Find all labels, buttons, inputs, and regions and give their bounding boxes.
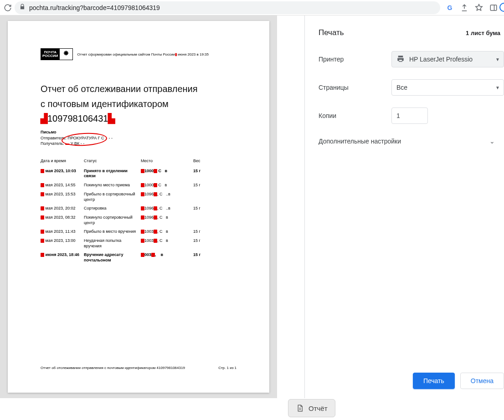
pochta-logo: ПОЧТАРОССИИ <box>41 48 73 60</box>
redaction-mark: ▟ <box>41 113 47 123</box>
col-weight: Вес <box>193 157 237 167</box>
sender-value: ПРОКУРАТУРА Г С <box>68 136 104 140</box>
eagle-icon <box>60 49 72 60</box>
copies-input[interactable]: 1 <box>391 108 428 124</box>
printer-label: Принтер <box>319 56 391 63</box>
svg-rect-0 <box>490 5 497 10</box>
sidepanel-icon[interactable] <box>489 4 498 12</box>
table-row: ▮ мая 2023, 14:55Покинуло место приема▮1… <box>41 181 237 190</box>
recipient-value: У ВК - - <box>71 141 84 146</box>
doc-title-line1: Отчет об отслеживании отправления <box>41 83 237 95</box>
barcode: ▟109798106431▙ <box>41 113 237 124</box>
col-place: Место <box>141 157 193 167</box>
print-title: Печать <box>319 28 344 37</box>
google-icon[interactable]: G <box>446 4 454 12</box>
url-field[interactable]: pochta.ru/tracking?barcode=4109798106431… <box>15 1 440 14</box>
pages-select[interactable]: Все ▼ <box>391 79 504 96</box>
cancel-button[interactable]: Отмена <box>460 373 504 389</box>
report-tab[interactable]: Отчёт <box>288 399 335 417</box>
lock-icon <box>19 4 26 11</box>
table-row: ▮ мая 2023, 08:32Покинуло сортировочный … <box>41 213 237 227</box>
star-icon[interactable] <box>475 4 483 12</box>
tracking-table: Дата и время Статус Место Вес ▮ мая 2023… <box>41 157 237 265</box>
chevron-down-icon: ⌄ <box>489 138 495 145</box>
col-status: Статус <box>84 157 141 167</box>
doc-title-line2: с почтовым идентификатором <box>41 98 237 110</box>
copies-value: 1 <box>396 112 400 119</box>
share-icon[interactable] <box>460 4 468 12</box>
table-row: ▮ мая 2023, 10:03Принято в отделении свя… <box>41 167 237 181</box>
col-datetime: Дата и время <box>41 157 84 167</box>
more-settings-label: Дополнительные настройки <box>319 138 401 145</box>
url-text: pochta.ru/tracking?barcode=4109798106431… <box>29 4 160 11</box>
sheet-count: 1 лист бума <box>466 30 500 36</box>
table-row: ▮ июня 2023, 18:46Вручение адресату почт… <box>41 251 237 265</box>
pages-label: Страницы <box>319 84 391 91</box>
print-button[interactable]: Печать <box>413 373 455 389</box>
footer-left: Отчет об отслеживании отправления с почт… <box>41 366 185 370</box>
print-preview: ПОЧТАРОССИИ Отчет сформирован официальны… <box>0 15 277 398</box>
logo-text-bottom: РОССИИ <box>42 54 58 58</box>
letter-type: Письмо <box>41 129 237 135</box>
table-row: ▮ мая 2023, 11:43Прибыло в место вручени… <box>41 227 237 236</box>
report-tab-label: Отчёт <box>309 405 328 412</box>
recipient-label: Получатель: <box>41 141 64 146</box>
reload-icon[interactable] <box>4 4 12 12</box>
copies-label: Копии <box>319 112 391 119</box>
table-row: ▮ мая 2023, 20:02Сортировка▮1096▮, C ..в… <box>41 204 237 213</box>
footer-right: Стр. 1 из 1 <box>218 366 237 370</box>
printer-value: HP LaserJet Professio <box>409 56 473 63</box>
chevron-down-icon: ▼ <box>495 57 500 62</box>
printer-icon <box>396 55 405 64</box>
document-page: ПОЧТАРОССИИ Отчет сформирован официальны… <box>8 21 269 393</box>
report-generated: Отчет сформирован официальным сайтом Поч… <box>77 52 209 56</box>
sender-label: Отправитель: <box>41 136 67 140</box>
meta-block: Письмо Отправитель: ПРОКУРАТУРА Г С - - … <box>41 129 237 147</box>
table-row: ▮ мая 2023, 13:00Неудачная попытка вруче… <box>41 236 237 251</box>
redaction-mark: ▙ <box>108 113 115 123</box>
spacer <box>277 15 304 398</box>
print-dialog: Печать 1 лист бума Принтер HP LaserJet P… <box>304 15 504 398</box>
printer-select[interactable]: HP LaserJet Professio ▼ <box>391 51 504 67</box>
more-settings[interactable]: Дополнительные настройки ⌄ <box>319 138 504 145</box>
document-icon <box>296 404 304 412</box>
pages-value: Все <box>396 84 407 91</box>
table-row: ▮ мая 2023, 15:53Прибыло в сортировочный… <box>41 190 237 204</box>
chevron-down-icon: ▼ <box>495 85 500 90</box>
browser-address-bar: pochta.ru/tracking?barcode=4109798106431… <box>0 0 504 15</box>
